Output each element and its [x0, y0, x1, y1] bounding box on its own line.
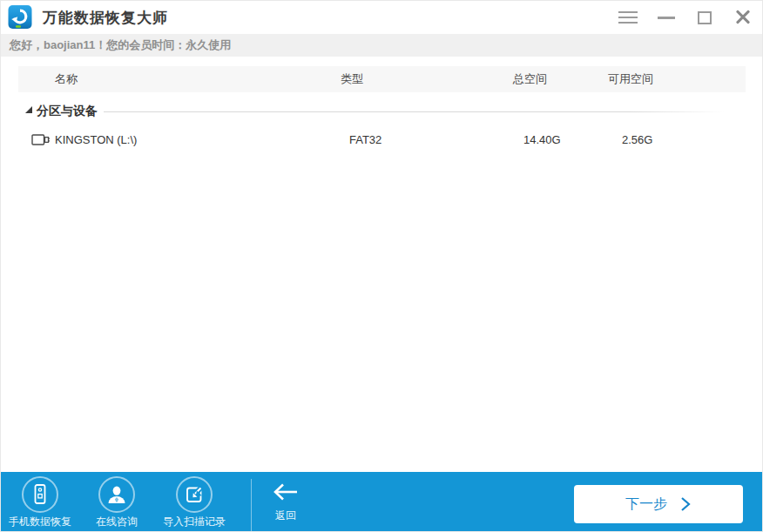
column-header-total: 总空间 [489, 71, 584, 87]
app-logo-icon [8, 4, 32, 30]
minimize-button[interactable] [647, 1, 685, 34]
maximize-button[interactable] [685, 1, 724, 34]
device-total-space: 14.40G [489, 133, 584, 146]
phone-icon [22, 476, 58, 513]
back-arrow-icon [271, 482, 300, 502]
next-step-label: 下一步 [625, 495, 667, 514]
online-consult-button[interactable]: 在线咨询 [78, 476, 156, 529]
column-header-type: 类型 [323, 71, 489, 87]
back-label: 返回 [265, 508, 307, 523]
device-name: KINGSTON (L:\) [55, 133, 137, 146]
hamburger-icon [618, 11, 638, 24]
app-title: 万能数据恢复大师 [43, 8, 168, 28]
table-row[interactable]: KINGSTON (L:\) FAT32 14.40G 2.56G [18, 126, 746, 152]
action-label: 手机数据恢复 [1, 515, 79, 529]
next-step-button[interactable]: 下一步 [574, 485, 743, 523]
greeting-bar: 您好，baojian11！您的会员时间：永久使用 [1, 34, 762, 57]
back-button[interactable]: 返回 [265, 482, 307, 523]
section-partitions-devices[interactable]: 分区与设备 [1, 102, 763, 119]
close-icon [735, 10, 751, 25]
column-header-name: 名称 [18, 71, 323, 87]
title-bar: 万能数据恢复大师 [1, 1, 762, 34]
usb-drive-icon [31, 133, 51, 146]
section-divider [104, 111, 724, 112]
import-scan-record-button[interactable]: 导入扫描记录 [155, 476, 233, 529]
device-type: FAT32 [323, 133, 489, 146]
import-icon [176, 476, 213, 513]
device-name-cell: KINGSTON (L:\) [18, 133, 323, 146]
app-window: 万能数据恢复大师 您好，baojian11！您的会员时间：永久使用 名称 类型 … [0, 0, 763, 532]
table-header: 名称 类型 总空间 可用空间 [18, 66, 746, 92]
footer-divider [251, 479, 252, 531]
footer-bar: 手机数据恢复 在线咨询 导入 [1, 472, 763, 531]
maximize-icon [698, 11, 712, 24]
minimize-icon [658, 17, 675, 19]
chevron-right-icon [679, 496, 692, 512]
menu-button[interactable] [609, 1, 647, 34]
phone-recovery-button[interactable]: 手机数据恢复 [1, 476, 79, 529]
device-free-space: 2.56G [584, 133, 746, 146]
window-controls [609, 1, 762, 34]
column-header-available: 可用空间 [584, 71, 746, 87]
section-label: 分区与设备 [37, 104, 98, 119]
close-button[interactable] [724, 1, 762, 34]
person-icon [98, 476, 135, 513]
action-label: 在线咨询 [78, 515, 156, 529]
action-label: 导入扫描记录 [155, 515, 233, 529]
tree-expand-icon [25, 106, 32, 113]
